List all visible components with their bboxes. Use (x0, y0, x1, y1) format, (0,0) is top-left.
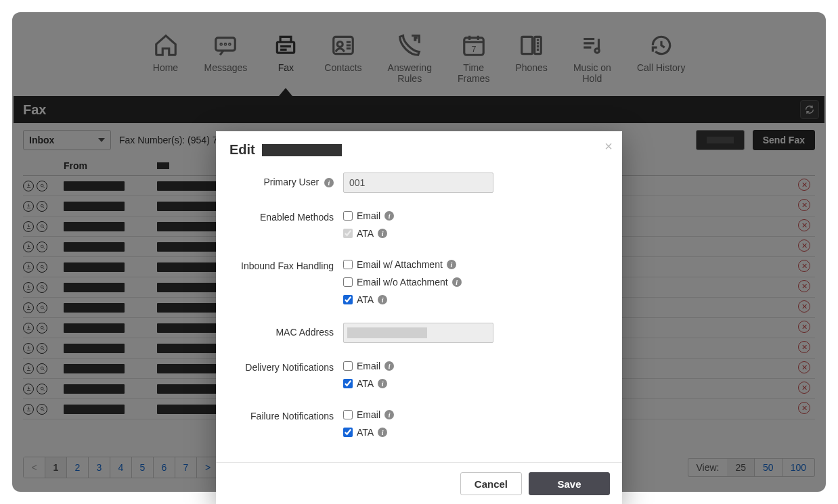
svg-point-22 (41, 388, 43, 390)
save-button[interactable]: Save (529, 472, 610, 495)
pager-page-7[interactable]: 7 (175, 457, 197, 478)
info-icon[interactable]: i (384, 211, 394, 221)
preview-icon[interactable] (37, 181, 47, 191)
download-icon[interactable] (23, 201, 34, 212)
cancel-button[interactable]: Cancel (460, 472, 522, 495)
svg-point-20 (41, 347, 43, 350)
download-icon[interactable] (23, 282, 34, 293)
delete-icon[interactable] (798, 239, 810, 252)
download-icon[interactable] (23, 302, 34, 313)
preview-icon[interactable] (37, 242, 47, 252)
inbound-checkbox[interactable] (343, 260, 353, 269)
svg-point-23 (41, 408, 43, 411)
pager-prev[interactable]: < (24, 457, 45, 478)
col2-value (157, 262, 225, 272)
preview-icon[interactable] (37, 363, 47, 374)
enabled-methods-checkbox[interactable] (343, 211, 353, 221)
pager-page-1[interactable]: 1 (45, 457, 67, 478)
nav-phones[interactable]: Phones (515, 32, 547, 84)
preview-icon[interactable] (37, 221, 47, 232)
info-icon[interactable]: i (447, 260, 456, 269)
info-icon[interactable]: i (324, 178, 334, 187)
preview-icon[interactable] (37, 343, 47, 354)
info-icon[interactable]: i (378, 295, 387, 304)
svg-point-21 (41, 367, 43, 370)
download-icon[interactable] (23, 221, 34, 232)
svg-point-17 (41, 286, 43, 289)
download-icon[interactable] (23, 323, 34, 334)
pager-page-2[interactable]: 2 (67, 457, 89, 478)
send-fax-button[interactable]: Send Fax (753, 130, 815, 150)
nav-music-on-hold[interactable]: Music onHold (573, 32, 611, 84)
delete-icon[interactable] (798, 382, 810, 394)
preview-icon[interactable] (37, 302, 47, 313)
fax-icon (273, 32, 299, 58)
delete-icon[interactable] (798, 219, 810, 231)
col2-value (157, 283, 225, 292)
preview-icon[interactable] (37, 282, 47, 293)
delete-icon[interactable] (798, 402, 810, 414)
delivery-checkbox[interactable] (343, 379, 353, 388)
primary-user-input[interactable] (343, 173, 493, 193)
preview-icon[interactable] (37, 323, 47, 334)
delivery-checkbox[interactable] (343, 361, 353, 371)
modal-close-button[interactable]: × (604, 139, 613, 153)
download-icon[interactable] (23, 181, 34, 191)
svg-point-12 (41, 185, 43, 187)
failure-option-label: ATA (357, 427, 374, 438)
view-size-100[interactable]: 100 (782, 458, 815, 477)
delete-icon[interactable] (798, 260, 810, 272)
preview-icon[interactable] (37, 262, 47, 273)
pager-page-5[interactable]: 5 (132, 457, 154, 478)
refresh-button[interactable] (800, 100, 819, 119)
from-value (64, 384, 125, 394)
view-size-25[interactable]: 25 (727, 458, 755, 477)
info-icon[interactable]: i (384, 410, 394, 419)
nav-answering-rules[interactable]: AnsweringRules (388, 32, 432, 84)
settings-button[interactable] (696, 130, 745, 150)
preview-icon[interactable] (37, 384, 47, 394)
pager-page-3[interactable]: 3 (89, 457, 110, 478)
download-icon[interactable] (23, 242, 34, 252)
view-size-50[interactable]: 50 (755, 458, 782, 477)
pager-page-4[interactable]: 4 (110, 457, 132, 478)
th-from[interactable]: From (61, 160, 157, 171)
failure-checkbox[interactable] (343, 410, 353, 419)
delete-icon[interactable] (798, 179, 810, 191)
preview-icon[interactable] (37, 201, 47, 212)
info-icon[interactable]: i (384, 361, 394, 371)
nav-time-frames[interactable]: 7 TimeFrames (458, 32, 489, 84)
nav-contacts[interactable]: Contacts (324, 32, 361, 84)
download-icon[interactable] (23, 262, 34, 273)
inbound-checkbox[interactable] (343, 295, 353, 304)
delete-icon[interactable] (798, 280, 810, 292)
folder-select[interactable]: Inbox (23, 130, 111, 150)
pager-page-6[interactable]: 6 (154, 457, 175, 478)
download-icon[interactable] (23, 363, 34, 374)
download-icon[interactable] (23, 384, 34, 394)
delete-icon[interactable] (798, 321, 810, 333)
col2-value (157, 303, 225, 313)
info-icon[interactable]: i (378, 428, 387, 437)
preview-icon[interactable] (37, 404, 47, 415)
failure-checkbox[interactable] (343, 428, 353, 437)
download-icon[interactable] (23, 404, 34, 415)
nav-messages[interactable]: Messages (204, 32, 248, 84)
delete-icon[interactable] (798, 199, 810, 211)
download-icon[interactable] (23, 343, 34, 354)
view-size-label: View: (688, 458, 728, 477)
nav-fax[interactable]: Fax (273, 32, 299, 84)
phones-icon (519, 32, 544, 58)
inbound-option-label: Email w/o Attachment (357, 277, 448, 288)
info-icon[interactable]: i (378, 379, 387, 388)
info-icon[interactable]: i (378, 229, 387, 238)
folder-select-value: Inbox (29, 135, 54, 145)
nav-call-history[interactable]: Call History (637, 32, 686, 84)
info-icon[interactable]: i (452, 277, 462, 287)
delete-icon[interactable] (798, 361, 810, 373)
inbound-checkbox[interactable] (343, 277, 353, 287)
nav-home[interactable]: Home (153, 32, 179, 84)
delete-icon[interactable] (798, 341, 810, 353)
delete-icon[interactable] (798, 300, 810, 313)
fax-numbers-label: Fax Number(s): (954) 73 (119, 135, 223, 145)
